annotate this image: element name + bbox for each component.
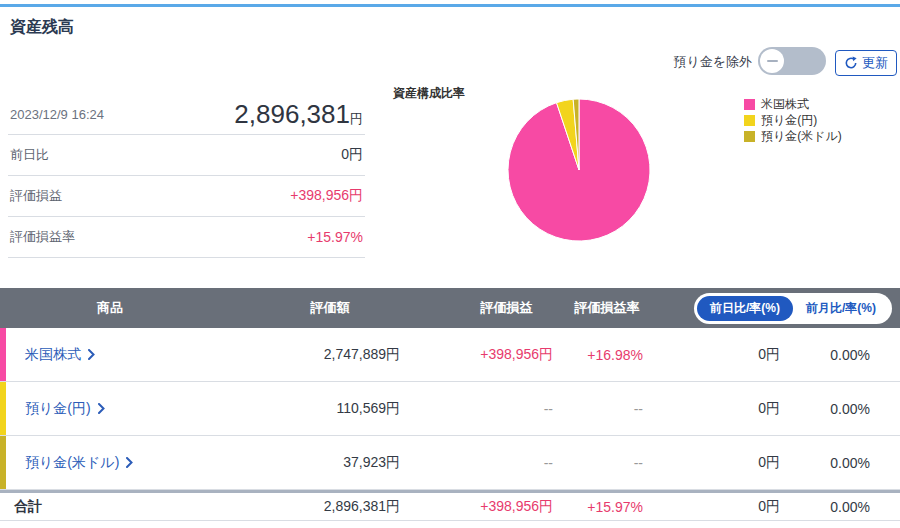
legend-swatch-usd-deposit (744, 131, 755, 142)
cell-change-rate: 0.00% (780, 455, 900, 471)
row-color-bar (0, 382, 6, 435)
summary-row-pl-rate: 評価損益率 +15.97% (8, 217, 365, 258)
cell-pl: +398,956円 (400, 346, 553, 364)
product-link-jpy-deposit[interactable]: 預り金(円) (25, 400, 91, 418)
cell-change-rate: 0.00% (780, 401, 900, 417)
period-toggle-day[interactable]: 前日比/率(%) (697, 296, 793, 321)
period-toggle-month[interactable]: 前月比/率(%) (793, 296, 889, 321)
chevron-right-icon[interactable] (126, 457, 133, 468)
exclude-deposits-label: 預り金を除外 (673, 53, 752, 71)
cell-pl-rate: -- (553, 455, 643, 471)
col-header-product: 商品 (0, 299, 250, 317)
cell-pl: -- (400, 401, 553, 417)
cell-change: 0円 (643, 346, 780, 364)
summary-total-row: 2023/12/9 16:24 2,896,381円 (8, 94, 365, 135)
pl-value: +398,956円 (290, 187, 363, 205)
col-header-pl-rate: 評価損益率 (553, 299, 643, 317)
summary-row-pl: 評価損益 +398,956円 (8, 176, 365, 217)
total-change-rate: 0.00% (780, 499, 900, 515)
period-toggle: 前日比/率(%) 前月比/率(%) (694, 293, 892, 324)
refresh-button[interactable]: 更新 (835, 50, 897, 76)
pl-rate-value: +15.97% (307, 229, 363, 245)
day-change-value: 0円 (341, 146, 363, 164)
total-change: 0円 (643, 498, 780, 516)
top-accent-line (0, 4, 900, 7)
legend-label: 米国株式 (761, 96, 809, 113)
total-pl: +398,956円 (400, 498, 553, 516)
top-controls: 預り金を除外 更新 (690, 46, 898, 76)
asset-composition-pie-chart (505, 96, 653, 244)
chevron-right-icon[interactable] (98, 403, 105, 414)
exclude-deposits-toggle[interactable] (758, 47, 826, 75)
cell-pl-rate: +16.98% (553, 347, 643, 363)
table-header: 商品 評価額 評価損益 評価損益率 前日比/率(%) 前月比/率(%) (0, 288, 900, 328)
product-link-us-stocks[interactable]: 米国株式 (25, 346, 81, 364)
cell-value: 2,747,889円 (250, 346, 400, 364)
cell-change: 0円 (643, 400, 780, 418)
table-row-us-stocks: 米国株式 2,747,889円 +398,956円 +16.98% 0円 0.0… (0, 328, 900, 382)
row-color-bar (0, 436, 6, 489)
cell-change-rate: 0.00% (780, 347, 900, 363)
legend-swatch-us-stocks (744, 99, 755, 110)
cell-value: 110,569円 (250, 400, 400, 418)
asset-table: 商品 評価額 評価損益 評価損益率 前日比/率(%) 前月比/率(%) 米国株式… (0, 288, 900, 521)
total-pl-rate: +15.97% (553, 499, 643, 515)
table-total-row: 合計 2,896,381円 +398,956円 +15.97% 0円 0.00% (0, 493, 900, 521)
col-header-pl: 評価損益 (400, 299, 553, 317)
chevron-right-icon[interactable] (88, 349, 95, 360)
legend-label: 預り金(円) (761, 112, 817, 129)
cell-change: 0円 (643, 454, 780, 472)
refresh-label: 更新 (862, 54, 888, 72)
legend-item: 預り金(米ドル) (744, 128, 842, 144)
toggle-knob (760, 49, 784, 73)
pie-legend: 米国株式 預り金(円) 預り金(米ドル) (744, 96, 842, 144)
summary-timestamp: 2023/12/9 16:24 (10, 107, 104, 122)
refresh-icon (844, 56, 858, 70)
toggle-off-dash-icon (767, 60, 778, 62)
total-value: 2,896,381円 (250, 498, 400, 516)
product-link-usd-deposit[interactable]: 預り金(米ドル) (25, 454, 119, 472)
page-title: 資産残高 (10, 17, 74, 38)
table-row-usd-deposit: 預り金(米ドル) 37,923円 -- -- 0円 0.00% (0, 436, 900, 490)
legend-swatch-jpy-deposit (744, 115, 755, 126)
summary-row-day-change: 前日比 0円 (8, 135, 365, 176)
cell-value: 37,923円 (250, 454, 400, 472)
row-color-bar (0, 328, 6, 381)
yen-unit: 円 (350, 111, 363, 126)
summary-panel: 2023/12/9 16:24 2,896,381円 前日比 0円 評価損益 +… (8, 94, 365, 258)
cell-pl: -- (400, 455, 553, 471)
cell-pl-rate: -- (553, 401, 643, 417)
total-label: 合計 (0, 498, 250, 516)
legend-item: 米国株式 (744, 96, 842, 112)
legend-label: 預り金(米ドル) (761, 128, 842, 145)
total-asset-value: 2,896,381円 (234, 99, 363, 130)
legend-item: 預り金(円) (744, 112, 842, 128)
table-row-jpy-deposit: 預り金(円) 110,569円 -- -- 0円 0.00% (0, 382, 900, 436)
pie-chart-title: 資産構成比率 (393, 85, 465, 102)
col-header-value: 評価額 (250, 299, 400, 317)
